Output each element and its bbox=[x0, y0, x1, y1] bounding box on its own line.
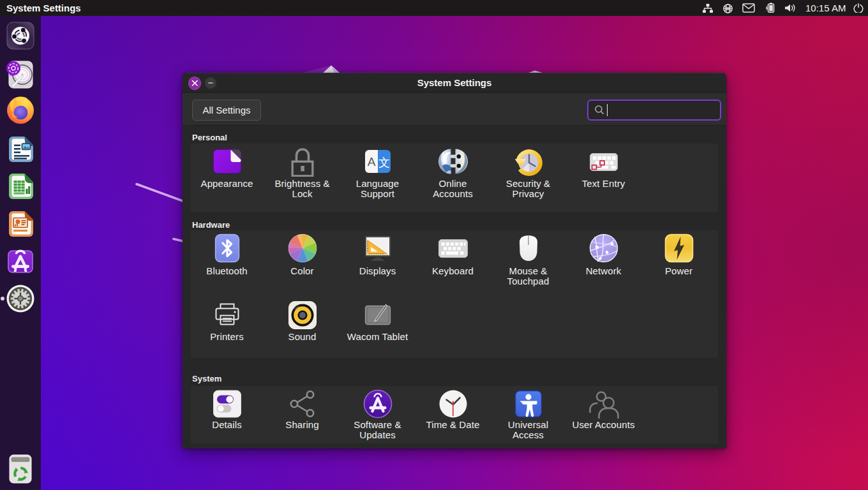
svg-text:文: 文 bbox=[378, 156, 390, 169]
svg-text:A: A bbox=[367, 155, 375, 168]
